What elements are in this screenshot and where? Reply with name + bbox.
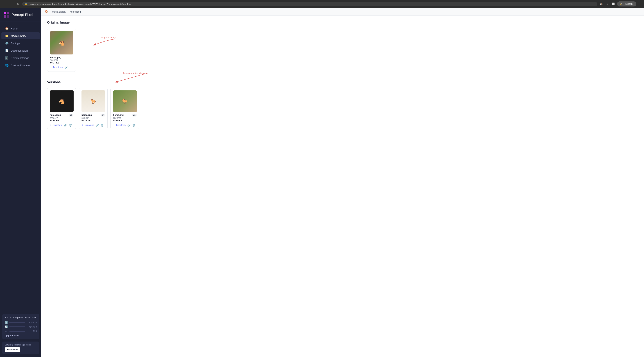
sidebar-nav: 🏠 Home 📁 Media Library ⚙️ Settings 📄 Doc…: [0, 22, 41, 312]
version-2-transform-button[interactable]: ✦ Transform: [82, 124, 94, 126]
breadcrumb-sep-2: ›: [68, 10, 68, 13]
more-options-icon[interactable]: ⋮: [638, 2, 642, 6]
transform-icon-v1: ✦: [50, 124, 52, 126]
original-annotation: Original Image: [83, 35, 123, 50]
sidebar-item-custom-domains-label: Custom Domains: [11, 64, 30, 67]
home-breadcrumb-icon[interactable]: 🏠: [45, 10, 48, 13]
content-area: Original Image 🐴 horse.jpeg 500X627 66.2…: [41, 16, 644, 357]
original-card-actions: ✦ Transform 🔗: [50, 66, 73, 69]
version-2-link-button[interactable]: 🔗: [96, 124, 99, 127]
storage-label: 0.0/10 GB: [27, 322, 37, 324]
storage-icon: 🗄️: [5, 56, 9, 60]
sidebar-item-remote-storage[interactable]: 🗄️ Remote Storage: [2, 54, 40, 61]
usage-row-transforms: ↔️ 0/10: [5, 330, 37, 333]
docs-icon: 📄: [5, 49, 9, 52]
folder-icon: 📁: [5, 34, 9, 37]
original-annotation-arrow: [83, 35, 123, 50]
original-horse-image: 🐴: [50, 31, 73, 54]
usage-row-bandwidth: 🔄 0.1/50 GB: [5, 325, 37, 328]
versions-section: Versions Transforma: [47, 80, 638, 129]
logo: Percept Pixel: [0, 8, 41, 22]
storage-bar-wrap: [9, 322, 25, 323]
reload-button[interactable]: ↻: [16, 1, 20, 6]
transform-icon-v2: ✦: [82, 124, 83, 126]
version-2-header: horse.png #2: [82, 114, 105, 117]
versions-grid: 🐴 horse.jpeg #1 500X627 19.13 KB ✦: [47, 88, 638, 129]
version-1-dims: 500X627: [50, 117, 73, 119]
home-icon: 🏠: [5, 27, 9, 30]
version-3-filename: horse.png: [113, 114, 124, 116]
sidebar-item-home-label: Home: [11, 27, 18, 30]
settings-icon: ⚙️: [5, 41, 9, 45]
refer-now-button[interactable]: Refer Now: [5, 347, 20, 352]
breadcrumb-media-library[interactable]: Media Library: [52, 10, 66, 13]
incognito-badge: 🕵️ Incognito: [617, 1, 636, 6]
svg-rect-3: [7, 15, 9, 18]
version-1-transform-button[interactable]: ✦ Transform: [50, 124, 62, 126]
sidebar-item-settings-label: Settings: [11, 42, 20, 45]
version-1-delete-button[interactable]: 🗑️: [69, 124, 72, 127]
url-text: perceptpixel.com/dashboard/sumodash-gjjy…: [29, 3, 130, 5]
original-transform-button[interactable]: ✦ Transform: [50, 66, 62, 68]
sidebar-item-custom-domains[interactable]: 🌐 Custom Domains: [2, 62, 40, 69]
versions-header-area: Versions Transforma: [47, 80, 638, 84]
back-button[interactable]: ←: [2, 1, 7, 6]
logo-icon: [3, 11, 10, 18]
transforms-icon: ↔️: [5, 330, 8, 333]
forward-button[interactable]: →: [9, 1, 14, 6]
referral-text: Get 2 GB on referring a friend: [5, 344, 37, 346]
original-image-thumb: 🐴: [50, 31, 73, 54]
svg-rect-0: [4, 12, 6, 14]
version-3-badge: #3: [132, 114, 136, 116]
version-2-thumb: 🐎: [82, 90, 105, 112]
bandwidth-bar-wrap: [9, 327, 25, 327]
breadcrumb: 🏠 › Media Library › horse.jpeg: [41, 8, 644, 16]
version-3-image: 🐎: [113, 90, 137, 112]
star-icon[interactable]: ☆: [605, 2, 609, 6]
address-bar[interactable]: 🔒 perceptpixel.com/dashboard/sumodash-gj…: [22, 2, 597, 6]
sidebar: Percept Pixel 🏠 Home 📁 Media Library ⚙️ …: [0, 8, 41, 357]
original-link-button[interactable]: 🔗: [64, 66, 68, 69]
version-1-actions: ✦ Transform 🔗 🗑️: [50, 124, 73, 127]
original-size: 66.27 KB: [50, 61, 73, 64]
sidebar-item-media-library[interactable]: 📁 Media Library: [2, 32, 40, 39]
version-1-link-button[interactable]: 🔗: [64, 124, 67, 127]
versions-annotation: Transformation Versions: [101, 71, 152, 86]
original-filename: horse.jpeg: [50, 56, 73, 59]
upgrade-plan-link[interactable]: Upgrade Plan: [5, 334, 37, 337]
sidebar-item-settings[interactable]: ⚙️ Settings: [2, 40, 40, 47]
globe-icon: 🌐: [5, 64, 9, 67]
sidebar-item-documentation[interactable]: 📄 Documentation: [2, 47, 40, 54]
sidebar-item-documentation-label: Documentation: [11, 49, 28, 52]
version-2-badge: #2: [100, 114, 105, 116]
version-3-actions: ✦ Transform 🔗 🗑️: [113, 124, 136, 127]
version-2-delete-button[interactable]: 🗑️: [100, 124, 104, 127]
version-3-thumb: 🐎: [113, 90, 137, 112]
eye-slash-icon: 👁️: [599, 2, 604, 6]
version-2-size: 51.74 KB: [82, 119, 105, 122]
bandwidth-icon: 🔄: [5, 325, 8, 328]
tablet-icon[interactable]: ⬜: [611, 2, 616, 6]
transform-icon: ✦: [50, 66, 52, 68]
svg-rect-2: [4, 15, 6, 18]
version-3-delete-button[interactable]: 🗑️: [132, 124, 135, 127]
version-3-link-button[interactable]: 🔗: [127, 124, 130, 127]
transforms-label: 0/10: [27, 330, 37, 332]
versions-title: Versions: [47, 80, 638, 84]
version-2-actions: ✦ Transform 🔗 🗑️: [82, 124, 105, 127]
usage-row-storage: ⬆️ 0.0/10 GB: [5, 321, 37, 324]
version-1-filename: horse.jpeg: [50, 114, 61, 116]
versions-annotation-label: Transformation Versions: [123, 72, 148, 74]
upload-icon: ⬆️: [5, 321, 8, 324]
version-3-transform-button[interactable]: ✦ Transform: [113, 124, 126, 126]
browser-chrome: ← → ↻ 🔒 perceptpixel.com/dashboard/sumod…: [0, 0, 644, 8]
bandwidth-label: 0.1/50 GB: [27, 326, 37, 328]
breadcrumb-sep-1: ›: [50, 10, 50, 13]
breadcrumb-current: horse.jpeg: [70, 10, 81, 13]
svg-rect-1: [7, 12, 9, 14]
logo-text: Percept Pixel: [12, 13, 33, 17]
sidebar-item-home[interactable]: 🏠 Home: [2, 25, 40, 32]
original-image-card: 🐴 horse.jpeg 500X627 66.27 KB ✦ Transfor…: [47, 28, 76, 72]
transform-icon-v3: ✦: [113, 124, 115, 126]
version-3-size: 44.95 KB: [113, 119, 136, 122]
